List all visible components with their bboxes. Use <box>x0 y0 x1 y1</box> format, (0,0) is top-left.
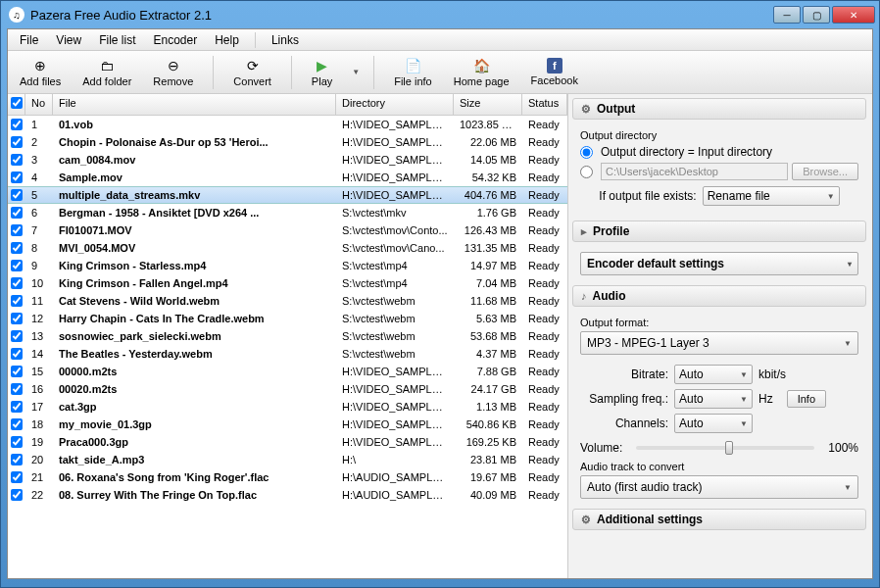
table-row[interactable]: 3cam_0084.movH:\VIDEO_SAMPLES\...14.05 M… <box>8 151 567 169</box>
row-checkbox[interactable] <box>11 154 23 166</box>
play-button[interactable]: ▶Play <box>306 55 338 89</box>
table-row[interactable]: 2106. Roxana's Song from 'King Roger'.fl… <box>8 468 567 486</box>
exists-select[interactable]: Rename file▼ <box>703 186 840 206</box>
row-checkbox[interactable] <box>11 242 23 254</box>
menu-links[interactable]: Links <box>264 31 307 49</box>
cell-status: Ready <box>522 276 567 290</box>
row-checkbox[interactable] <box>11 401 23 413</box>
table-row[interactable]: 7FI010071.MOVS:\vctest\mov\Conto...126.4… <box>8 221 567 239</box>
app-window: ♫ Pazera Free Audio Extractor 2.1 ─ ▢ ✕ … <box>0 0 880 588</box>
col-file[interactable]: File <box>53 94 336 115</box>
row-checkbox[interactable] <box>11 348 23 360</box>
track-select[interactable]: Auto (first audio track)▼ <box>580 475 858 499</box>
minimize-button[interactable]: ─ <box>773 6 801 24</box>
row-checkbox[interactable] <box>11 313 23 324</box>
table-row[interactable]: 2Chopin - Polonaise As-Dur op 53 'Heroi.… <box>8 133 567 151</box>
row-checkbox[interactable] <box>11 277 23 289</box>
row-checkbox[interactable] <box>11 436 23 448</box>
output-custom-dir-radio[interactable] <box>580 166 593 178</box>
col-directory[interactable]: Directory <box>336 94 454 115</box>
table-row[interactable]: 13sosnowiec_park_sielecki.webmS:\vctest\… <box>8 327 567 345</box>
audio-section-header[interactable]: ♪Audio <box>572 285 866 307</box>
cell-size: 1.76 GB <box>454 206 522 220</box>
row-checkbox[interactable] <box>11 189 23 201</box>
table-row[interactable]: 11Cat Stevens - Wild World.webmS:\vctest… <box>8 292 567 310</box>
titlebar[interactable]: ♫ Pazera Free Audio Extractor 2.1 ─ ▢ ✕ <box>1 1 879 28</box>
table-row[interactable]: 20takt_side_A.mp3H:\23.81 MBReady <box>8 451 567 468</box>
cell-no: 9 <box>25 259 53 272</box>
profile-section-header[interactable]: ▸Profile <box>572 220 866 242</box>
row-checkbox[interactable] <box>11 295 23 307</box>
output-path-input[interactable] <box>601 163 788 180</box>
facebook-button[interactable]: fFacebook <box>525 56 584 88</box>
file-info-button[interactable]: 📄File info <box>388 55 438 89</box>
table-row[interactable]: 9King Crimson - Starless.mp4S:\vctest\mp… <box>8 257 567 274</box>
menu-view[interactable]: View <box>48 31 89 49</box>
row-checkbox[interactable] <box>11 454 23 466</box>
table-row[interactable]: 1500000.m2tsH:\VIDEO_SAMPLES\...7.88 GBR… <box>8 363 567 380</box>
table-row[interactable]: 1600020.m2tsH:\VIDEO_SAMPLES\...24.17 GB… <box>8 380 567 398</box>
menu-filelist[interactable]: File list <box>91 31 143 49</box>
row-checkbox[interactable] <box>11 136 23 148</box>
row-checkbox[interactable] <box>11 224 23 236</box>
row-checkbox[interactable] <box>11 366 23 377</box>
close-button[interactable]: ✕ <box>832 6 875 24</box>
table-row[interactable]: 19Praca000.3gpH:\VIDEO_SAMPLES\...169.25… <box>8 433 567 451</box>
row-checkbox[interactable] <box>11 383 23 395</box>
table-row[interactable]: 10King Crimson - Fallen Angel.mp4S:\vcte… <box>8 274 567 292</box>
col-status[interactable]: Status <box>522 94 567 115</box>
home-page-button[interactable]: 🏠Home page <box>448 55 515 89</box>
cell-dir: S:\vctest\webm <box>336 312 454 325</box>
row-checkbox[interactable] <box>11 489 23 501</box>
cell-no: 7 <box>25 223 53 237</box>
additional-section-header[interactable]: ⚙Additional settings <box>572 509 866 530</box>
table-row[interactable]: 18my_movie_01.3gpH:\VIDEO_SAMPLES\...540… <box>8 416 567 433</box>
file-list[interactable]: 101.vobH:\VIDEO_SAMPLES\...1023.85 MBRea… <box>8 116 567 578</box>
maximize-button[interactable]: ▢ <box>803 6 830 24</box>
menu-file[interactable]: File <box>12 31 46 49</box>
table-row[interactable]: 17cat.3gpH:\VIDEO_SAMPLES\...1.13 MBRead… <box>8 398 567 416</box>
sampling-select[interactable]: Auto▼ <box>674 389 753 409</box>
row-checkbox[interactable] <box>11 471 23 483</box>
table-row[interactable]: 6Bergman - 1958 - Ansiktet [DVD x264 ...… <box>8 204 567 221</box>
table-row[interactable]: 4Sample.movH:\VIDEO_SAMPLES\...54.32 KBR… <box>8 169 567 186</box>
output-section-header[interactable]: ⚙Output <box>572 98 866 120</box>
cell-status: Ready <box>522 435 567 449</box>
row-checkbox[interactable] <box>11 418 23 430</box>
table-row[interactable]: 12Harry Chapin - Cats In The Cradle.webm… <box>8 310 567 327</box>
table-row[interactable]: 14The Beatles - Yesterday.webmS:\vctest\… <box>8 345 567 363</box>
bitrate-select[interactable]: Auto▼ <box>674 365 753 384</box>
menu-help[interactable]: Help <box>207 31 247 49</box>
cell-no: 3 <box>25 153 53 167</box>
col-size[interactable]: Size <box>454 94 522 115</box>
table-row[interactable]: 5multiple_data_streams.mkvH:\VIDEO_SAMPL… <box>8 186 567 204</box>
row-checkbox[interactable] <box>11 119 23 130</box>
menu-separator <box>255 32 256 48</box>
remove-button[interactable]: ⊖Remove <box>147 55 199 89</box>
col-checkbox[interactable] <box>8 94 25 115</box>
add-files-button[interactable]: ⊕Add files <box>14 55 67 89</box>
info-button[interactable]: Info <box>787 390 826 408</box>
row-checkbox[interactable] <box>11 330 23 342</box>
table-row[interactable]: 8MVI_0054.MOVS:\vctest\mov\Cano...131.35… <box>8 239 567 257</box>
add-folder-button[interactable]: 🗀Add folder <box>76 55 137 89</box>
browse-button[interactable]: Browse... <box>792 163 858 180</box>
cell-no: 19 <box>25 435 53 449</box>
row-checkbox[interactable] <box>11 207 23 219</box>
format-select[interactable]: MP3 - MPEG-1 Layer 3▼ <box>580 331 858 355</box>
row-checkbox[interactable] <box>11 172 23 183</box>
output-same-dir-radio[interactable] <box>580 146 593 159</box>
table-row[interactable]: 2208. Surrey With The Fringe On Top.flac… <box>8 486 567 504</box>
convert-button[interactable]: ⟳Convert <box>227 55 277 89</box>
col-no[interactable]: No <box>25 94 53 115</box>
volume-slider[interactable] <box>636 446 814 450</box>
cell-size: 14.05 MB <box>454 153 522 167</box>
channels-select[interactable]: Auto▼ <box>674 414 753 433</box>
profile-select[interactable]: Encoder default settings▾ <box>580 252 858 275</box>
cell-file: 08. Surrey With The Fringe On Top.flac <box>53 488 336 502</box>
menu-encoder[interactable]: Encoder <box>145 31 205 49</box>
cell-no: 20 <box>25 453 53 466</box>
row-checkbox[interactable] <box>11 260 23 271</box>
table-row[interactable]: 101.vobH:\VIDEO_SAMPLES\...1023.85 MBRea… <box>8 116 567 133</box>
play-dropdown[interactable]: ▼ <box>352 68 360 76</box>
